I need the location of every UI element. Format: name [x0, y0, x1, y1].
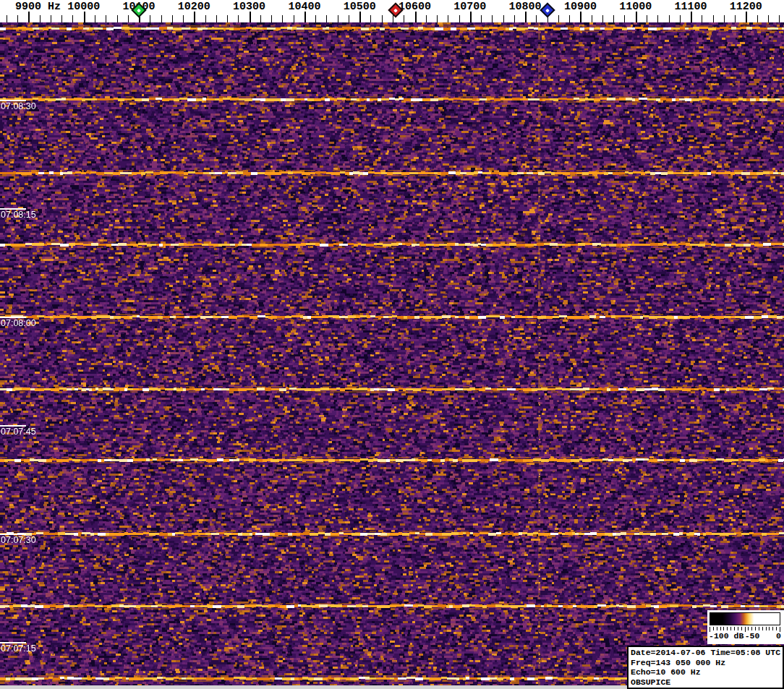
ruler-minor-tick: [17, 15, 18, 22]
ruler-minor-tick: [370, 15, 371, 22]
ruler-minor-tick: [7, 15, 7, 22]
ruler-minor-tick: [238, 15, 239, 22]
ruler-minor-tick: [558, 15, 559, 22]
ruler-major-tick: [415, 12, 417, 22]
ruler-minor-tick: [613, 15, 614, 22]
ruler-minor-tick: [205, 15, 206, 22]
frequency-label: 11200: [730, 1, 762, 13]
info-box: Date=2014-07-06 Time=05:08 UTC Freq=143 …: [627, 646, 784, 689]
colorbar-tick: [713, 627, 714, 630]
ruler-minor-tick: [426, 15, 427, 22]
time-label: 07:07:30: [1, 535, 36, 545]
frequency-label: 11000: [619, 1, 652, 13]
colorbar-tick: [741, 627, 742, 630]
ruler-minor-tick: [338, 15, 338, 22]
frequency-label: 10000: [67, 1, 100, 13]
colorbar-tick: [723, 627, 724, 630]
ruler-minor-tick: [437, 15, 438, 22]
ruler-minor-tick: [735, 15, 736, 22]
ruler-minor-tick: [503, 15, 504, 22]
ruler-minor-tick: [161, 15, 162, 22]
ruler-minor-tick: [51, 15, 51, 22]
colorbar-tick: [766, 627, 767, 630]
waterfall-display[interactable]: [0, 22, 784, 685]
colorbar-tick: [734, 627, 735, 630]
marker-center-dot: [545, 8, 550, 12]
colorbar-tick: [751, 627, 752, 630]
ruler-minor-tick: [757, 15, 758, 22]
ruler-minor-tick: [172, 15, 173, 22]
ruler-major-tick: [84, 12, 85, 22]
frequency-label: 10200: [178, 1, 210, 13]
frequency-label: 10800: [509, 1, 542, 13]
info-line-station: OBSUPICE: [631, 677, 780, 688]
ruler-minor-tick: [260, 15, 261, 22]
ruler-minor-tick: [569, 15, 570, 22]
ruler-minor-tick: [779, 15, 780, 22]
ruler-minor-tick: [602, 15, 603, 22]
time-label: 07:08:15: [1, 210, 36, 220]
frequency-label: 10500: [344, 1, 376, 13]
colorbar-tick: [776, 627, 777, 630]
marker-center-dot: [137, 8, 141, 12]
colorbar-tick: [717, 627, 717, 630]
spectrogram-window: 9900 Hz100001010010200103001040010500106…: [0, 0, 784, 689]
marker-center-dot: [393, 8, 398, 12]
ruler-minor-tick: [40, 15, 41, 22]
frequency-label: 10300: [233, 1, 265, 13]
frequency-ruler[interactable]: 9900 Hz100001010010200103001040010500106…: [0, 0, 784, 22]
ruler-major-tick: [359, 12, 361, 22]
time-label: 07:07:45: [1, 427, 36, 437]
colorbar-label-mid: -50: [745, 631, 760, 641]
ruler-minor-tick: [768, 15, 769, 22]
ruler-major-tick: [691, 12, 692, 22]
ruler-minor-tick: [95, 15, 95, 22]
colorbar-tick: [772, 627, 773, 630]
ruler-minor-tick: [448, 15, 448, 22]
ruler-minor-tick: [647, 15, 647, 22]
ruler-minor-tick: [61, 15, 62, 22]
ruler-minor-tick: [128, 15, 129, 22]
colorbar-tick: [755, 627, 756, 630]
ruler-minor-tick: [724, 15, 725, 22]
colorbar-panel: -100 dB -50 0: [707, 610, 784, 644]
ruler-minor-tick: [282, 15, 283, 22]
colorbar-tick: [727, 627, 728, 630]
ruler-minor-tick: [117, 15, 118, 22]
colorbar-label-min: -100 dB: [709, 631, 743, 641]
ruler-major-tick: [470, 12, 472, 22]
colorbar-tick: [759, 627, 759, 630]
ruler-major-tick: [525, 12, 527, 22]
colorbar-tick: [730, 627, 731, 630]
ruler-major-tick: [250, 12, 251, 22]
frequency-label: 10400: [288, 1, 320, 13]
info-line-echo: Echo=10 600 Hz: [631, 667, 780, 677]
time-label: 07:08:30: [1, 101, 36, 111]
ruler-minor-tick: [393, 15, 393, 22]
ruler-minor-tick: [624, 15, 625, 22]
ruler-minor-tick: [481, 15, 482, 22]
ruler-minor-tick: [294, 15, 294, 22]
frequency-label: 9900 Hz: [15, 1, 61, 13]
ruler-minor-tick: [315, 15, 316, 22]
ruler-minor-tick: [702, 15, 702, 22]
frequency-label: 11100: [674, 1, 707, 13]
ruler-minor-tick: [713, 15, 714, 22]
ruler-minor-tick: [459, 15, 460, 22]
ruler-minor-tick: [72, 15, 73, 22]
time-label: 07:07:15: [1, 643, 36, 654]
ruler-major-tick: [194, 12, 195, 22]
ruler-major-tick: [580, 12, 581, 22]
marker-blue-diamond[interactable]: [540, 2, 555, 17]
ruler-minor-tick: [216, 15, 217, 22]
ruler-major-tick: [746, 12, 747, 22]
ruler-minor-tick: [657, 15, 658, 22]
ruler-minor-tick: [592, 15, 592, 22]
info-line-date: Date=2014-07-06 Time=05:08 UTC: [631, 648, 780, 658]
ruler-minor-tick: [680, 15, 681, 22]
ruler-minor-tick: [106, 15, 106, 22]
ruler-major-tick: [304, 12, 306, 22]
colorbar-tick: [738, 627, 738, 630]
frequency-label: 10900: [564, 1, 597, 13]
colorbar-tick: [720, 627, 721, 630]
